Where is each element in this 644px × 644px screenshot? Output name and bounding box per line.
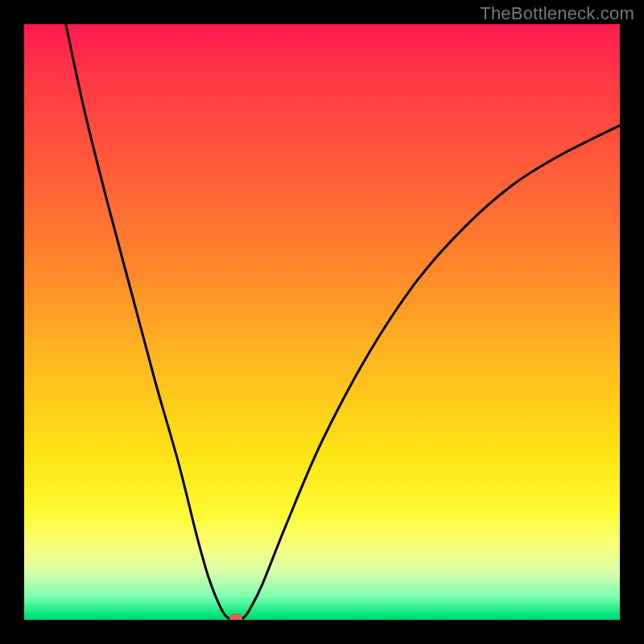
curve-svg bbox=[24, 24, 620, 620]
chart-frame: TheBottleneck.com bbox=[0, 0, 644, 644]
watermark-text: TheBottleneck.com bbox=[480, 3, 634, 24]
plot-area bbox=[24, 24, 620, 620]
optimal-point-marker bbox=[229, 613, 242, 620]
bottleneck-curve bbox=[66, 24, 620, 620]
